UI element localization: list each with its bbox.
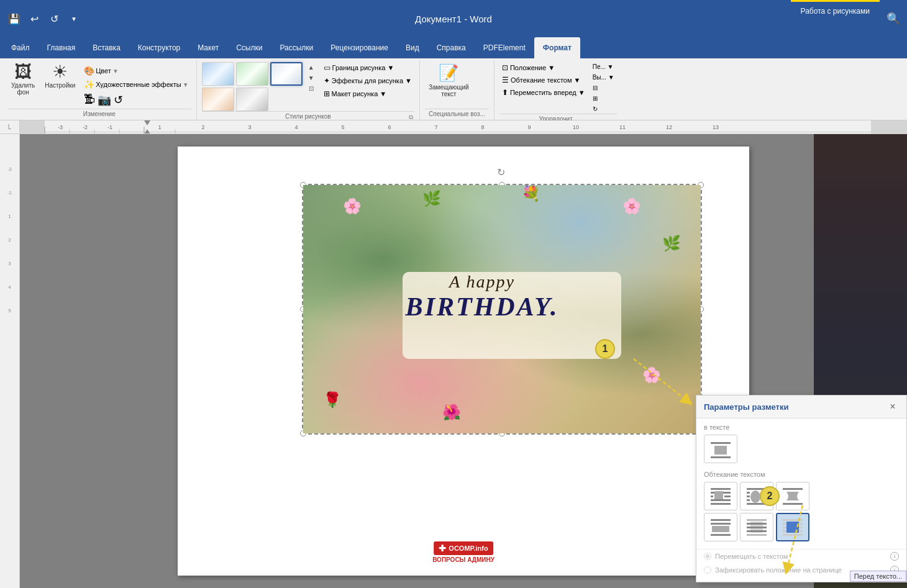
style-thumb-2[interactable] <box>236 62 268 86</box>
remove-bg-button[interactable]: 🖼 Удалитьфон <box>7 62 39 97</box>
wrap-icons-row-2: ↖ <box>704 513 899 541</box>
wrap-topbottom-btn[interactable] <box>704 513 737 541</box>
inline-icon <box>709 440 732 458</box>
small-btns-col: 🎨 Цвет ▼ ✨ Художественные эффекты ▼ 🗜 📷 … <box>81 65 191 108</box>
save-button[interactable]: 💾 <box>5 9 24 28</box>
change-image-icon[interactable]: 📷 <box>98 93 111 107</box>
group-button[interactable]: ⊞ <box>590 94 617 103</box>
text-wrap-button[interactable]: ☰ Обтекание текстом ▼ <box>499 75 588 86</box>
gallery-scroll-down[interactable]: ▼ <box>306 73 316 83</box>
svg-rect-58 <box>747 527 767 528</box>
search-button[interactable]: 🔍 <box>880 0 907 37</box>
tab-mailings[interactable]: Рассылки <box>271 37 322 58</box>
pane2-button[interactable]: Вы... ▼ <box>590 73 617 82</box>
svg-rect-36 <box>711 495 713 497</box>
gallery-scroll-up[interactable]: ▲ <box>306 62 316 72</box>
style-thumb-3[interactable] <box>270 62 303 86</box>
svg-rect-55 <box>747 519 767 521</box>
image-container[interactable]: ↻ 🌸 <box>302 184 702 435</box>
watermark: ✚ OCOMP.info ВОПРОСЫ АДМИНУ <box>432 541 495 563</box>
document-area[interactable]: ↻ 🌸 <box>20 134 907 588</box>
effects-picture-icon: ✦ <box>324 76 330 85</box>
wrap-front-btn[interactable]: ↖ <box>776 513 809 541</box>
redo-button[interactable]: ↺ <box>45 9 63 28</box>
callout-1-number: 1 <box>603 343 608 355</box>
move-with-text-radio[interactable] <box>704 553 711 560</box>
svg-rect-53 <box>712 526 729 532</box>
tab-insert[interactable]: Вставка <box>84 37 129 58</box>
remove-bg-label: Удалитьфон <box>11 82 35 96</box>
align-button[interactable]: ⊟ <box>590 83 617 93</box>
wrap-behind-icon <box>745 518 768 536</box>
watermark-sub-text: ВОПРОСЫ АДМИНУ <box>432 556 495 563</box>
watermark-logo: ✚ OCOMP.info <box>434 541 493 555</box>
fix-position-radio[interactable] <box>704 566 711 574</box>
wrap-through-btn[interactable] <box>776 482 809 510</box>
border-picture-button[interactable]: ▭ Граница рисунка ▼ <box>321 62 414 73</box>
tab-design[interactable]: Конструктор <box>129 37 189 58</box>
birthday-image-inner: 🌸 🌿 💐 🌸 🌹 🌺 🌿 🌸 A happy BIRTHDA <box>303 185 701 433</box>
tab-view[interactable]: Вид <box>397 37 428 58</box>
in-text-section: в тексте <box>696 418 906 471</box>
alt-text-button[interactable]: 📝 Замещающийтекст <box>425 62 473 99</box>
inline-layout-btn[interactable] <box>704 435 737 463</box>
style-right-btns: ▭ Граница рисунка ▼ ✦ Эффекты для рисунк… <box>321 62 414 99</box>
tab-format[interactable]: Формат <box>534 37 580 58</box>
alt-text-label: Замещающийтекст <box>429 84 469 97</box>
wrap-behind-btn[interactable] <box>740 513 773 541</box>
rotate-btn[interactable]: ↻ <box>590 104 617 114</box>
settings-label: Настройки <box>45 82 75 89</box>
tab-references[interactable]: Ссылки <box>227 37 271 58</box>
remove-bg-icon: 🖼 <box>14 63 32 81</box>
wrap-square-btn[interactable] <box>704 482 737 510</box>
tab-pdfelement[interactable]: PDFElement <box>475 37 534 58</box>
rotate-handle[interactable]: ↻ <box>497 166 507 176</box>
bring-forward-button[interactable]: ⬆ Переместить вперед ▼ <box>499 87 588 98</box>
wrap-front-icon <box>782 518 804 536</box>
svg-rect-3 <box>871 120 907 133</box>
tab-file[interactable]: Файл <box>2 37 39 58</box>
border-picture-label: Граница рисунка ▼ <box>332 64 394 71</box>
art-effects-button[interactable]: ✨ Художественные эффекты ▼ <box>81 78 191 91</box>
tab-help[interactable]: Справка <box>428 37 475 58</box>
undo-button[interactable]: ↩ <box>25 9 43 28</box>
svg-rect-65 <box>783 534 803 536</box>
v-ruler-mark-4: 4 <box>7 283 12 307</box>
reset-icon[interactable]: ↺ <box>114 93 123 107</box>
text-wrap-section-title: Обтекание текстом <box>704 471 899 478</box>
style-thumb-4[interactable] <box>202 88 234 111</box>
svg-text:6: 6 <box>388 124 391 130</box>
text-wrap-label: Обтекание текстом ▼ <box>511 76 580 84</box>
bring-forward-icon: ⬆ <box>502 88 508 97</box>
ribbon-tabs: Файл Главная Вставка Конструктор Макет С… <box>0 37 907 58</box>
style-thumb-1[interactable] <box>202 62 234 86</box>
color-button[interactable]: 🎨 Цвет ▼ <box>81 65 191 77</box>
alt-text-icon: 📝 <box>439 63 458 83</box>
quick-access-dropdown[interactable]: ▼ <box>65 9 83 28</box>
a-happy-text: A happy <box>406 272 559 292</box>
gallery-expand[interactable]: ⊡ <box>306 83 316 93</box>
v-ruler-mark-neg1: -1 <box>7 189 12 212</box>
change-group-label: Изменение <box>7 109 191 120</box>
v-ruler-mark-1: 1 <box>7 212 12 236</box>
watermark-logo-text: OCOMP.info <box>449 545 488 552</box>
birthday-text: A happy BIRTHDAY. <box>406 272 559 322</box>
position-button[interactable]: ⊡ Положение ▼ <box>499 62 588 73</box>
compress-icon[interactable]: 🗜 <box>84 93 95 107</box>
svg-text:9: 9 <box>527 124 531 130</box>
style-thumb-5[interactable] <box>236 88 268 111</box>
settings-button[interactable]: ☀ Настройки <box>41 62 79 90</box>
tab-layout[interactable]: Макет <box>189 37 227 58</box>
pane1-button[interactable]: Пе... ▼ <box>590 62 617 71</box>
layout-picture-button[interactable]: ⊞ Макет рисунка ▼ <box>321 88 414 99</box>
tab-home[interactable]: Главная <box>39 37 84 58</box>
tab-review[interactable]: Рецензирование <box>322 37 397 58</box>
layout-panel-close-button[interactable]: × <box>886 400 899 413</box>
effects-picture-button[interactable]: ✦ Эффекты для рисунка ▼ <box>321 75 414 86</box>
v-ruler-mark-2: 2 <box>7 236 12 260</box>
style-thumbs <box>202 62 303 111</box>
text-wrap-icon: ☰ <box>502 76 509 84</box>
move-with-text-info[interactable]: i <box>890 552 899 561</box>
gallery-scroll-col: ▲ ▼ ⊡ <box>306 62 316 93</box>
svg-rect-44 <box>747 495 750 497</box>
